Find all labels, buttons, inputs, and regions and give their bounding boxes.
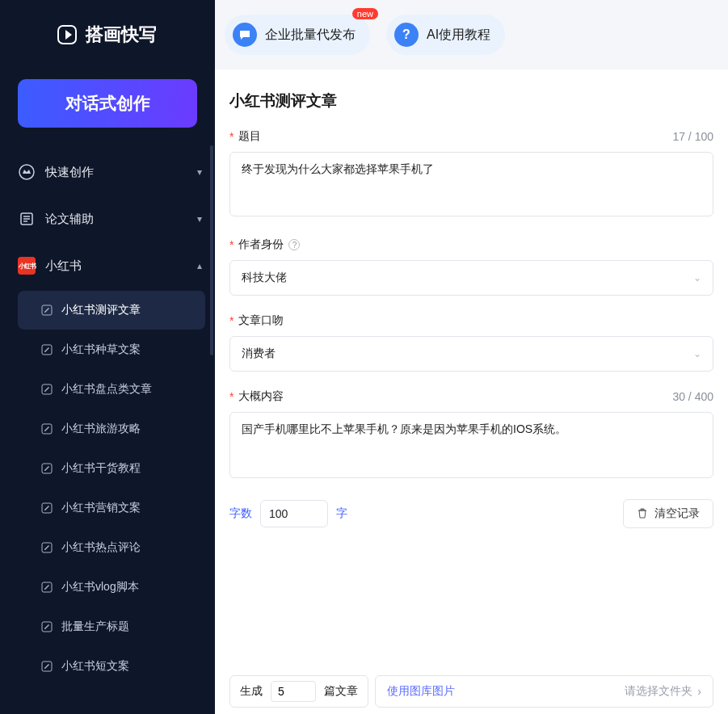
edit-icon <box>40 383 53 396</box>
sidebar-item-short-copy[interactable]: 小红书短文案 <box>18 647 205 686</box>
edit-icon <box>40 541 53 554</box>
clear-button[interactable]: 清空记录 <box>623 499 713 528</box>
sidebar-item-review-article[interactable]: 小红书测评文章 <box>18 291 205 330</box>
edit-icon <box>40 462 53 475</box>
field-tone: *文章口吻 消费者 ⌄ <box>229 313 713 372</box>
field-topic: *题目 17 / 100 <box>229 129 713 220</box>
xiaohongshu-icon: 小红书 <box>18 257 36 275</box>
new-badge: new <box>352 8 378 19</box>
crown-icon <box>18 163 36 181</box>
chevron-right-icon: › <box>697 685 701 698</box>
sidebar-item-vlog-script[interactable]: 小红书vlog脚本 <box>18 568 205 607</box>
edit-icon <box>40 502 53 514</box>
content-area: 小红书测评文章 *题目 17 / 100 *作者身份 ? 科技大佬 ⌄ <box>215 69 728 675</box>
field-label-author: *作者身份 ? <box>229 237 300 252</box>
nav-group-quick-create[interactable]: 快速创作 ▾ <box>0 149 215 195</box>
wordcount-label-left: 字数 <box>229 506 252 521</box>
topbar: 企业批量代发布 new ? AI使用教程 <box>215 0 728 69</box>
nav-group-label: 快速创作 <box>45 165 94 180</box>
trash-icon <box>637 507 648 521</box>
chevron-down-icon: ▾ <box>197 166 202 178</box>
nav-subitems: 小红书测评文章 小红书种草文案 小红书盘点类文章 小红书旅游攻略 小红书干货教程… <box>0 289 215 686</box>
page-title: 小红书测评文章 <box>229 90 713 111</box>
tone-select[interactable]: 消费者 ⌄ <box>229 336 713 372</box>
wordcount-label-right: 字 <box>336 506 347 521</box>
field-summary: *大概内容 30 / 400 <box>229 389 713 481</box>
scrollbar[interactable] <box>210 145 213 355</box>
edit-icon <box>40 620 53 633</box>
counter-topic: 17 / 100 <box>672 130 713 143</box>
ai-tutorial-button[interactable]: ? AI使用教程 <box>386 15 505 55</box>
dialog-create-button[interactable]: 对话式创作 <box>18 79 197 128</box>
footer-bar: 生成 篇文章 使用图库图片 请选择文件夹 › <box>215 675 728 714</box>
question-icon: ? <box>394 23 419 47</box>
sidebar-item-roundup[interactable]: 小红书盘点类文章 <box>18 370 205 409</box>
article-count-input[interactable] <box>271 681 316 702</box>
brand-name: 搭画快写 <box>86 23 157 47</box>
gen-prefix: 生成 <box>240 684 263 699</box>
sidebar-item-marketing-copy[interactable]: 小红书营销文案 <box>18 489 205 527</box>
edit-icon <box>40 304 53 317</box>
brand-icon <box>55 23 79 47</box>
field-label-tone: *文章口吻 <box>229 313 284 328</box>
sidebar-item-tutorial[interactable]: 小红书干货教程 <box>18 449 205 488</box>
sidebar: 搭画快写 对话式创作 快速创作 ▾ 论文辅助 ▾ 小红书 小红书 ▴ 小红书测评… <box>0 0 215 714</box>
chevron-down-icon: ⌄ <box>693 272 701 284</box>
nav-group-label: 论文辅助 <box>45 212 94 227</box>
nav-group-label: 小红书 <box>45 258 82 274</box>
gallery-label: 使用图库图片 <box>387 684 455 699</box>
gallery-select-box: 使用图库图片 请选择文件夹 › <box>375 675 713 708</box>
help-icon[interactable]: ? <box>288 239 300 250</box>
field-label-summary: *大概内容 <box>229 389 284 404</box>
sidebar-item-travel-guide[interactable]: 小红书旅游攻略 <box>18 410 205 448</box>
topic-input[interactable] <box>229 152 713 216</box>
author-select[interactable]: 科技大佬 ⌄ <box>229 260 713 296</box>
folder-select[interactable]: 请选择文件夹 › <box>625 684 701 699</box>
chevron-down-icon: ⌄ <box>693 348 701 359</box>
chevron-down-icon: ▾ <box>197 213 202 225</box>
gen-suffix: 篇文章 <box>324 684 358 699</box>
wordcount-row: 字数 字 清空记录 <box>229 499 713 528</box>
edit-icon <box>40 581 53 594</box>
field-label-topic: *题目 <box>229 129 261 144</box>
chat-icon <box>233 23 257 47</box>
field-author: *作者身份 ? 科技大佬 ⌄ <box>229 237 713 296</box>
brand-logo: 搭画快写 <box>0 0 215 69</box>
main: 企业批量代发布 new ? AI使用教程 小红书测评文章 *题目 17 / 10… <box>215 0 728 714</box>
sidebar-item-batch-titles[interactable]: 批量生产标题 <box>18 607 205 646</box>
summary-input[interactable] <box>229 412 713 478</box>
edit-icon <box>40 422 53 435</box>
chevron-up-icon: ▴ <box>197 260 202 271</box>
nav-group-thesis[interactable]: 论文辅助 ▾ <box>0 195 215 242</box>
sidebar-item-hot-comment[interactable]: 小红书热点评论 <box>18 528 205 567</box>
wordcount-input[interactable] <box>260 500 328 527</box>
sidebar-item-seeding-copy[interactable]: 小红书种草文案 <box>18 330 205 369</box>
edit-icon <box>40 343 53 356</box>
enterprise-publish-button[interactable]: 企业批量代发布 new <box>225 15 370 55</box>
generate-count-box: 生成 篇文章 <box>229 675 368 708</box>
nav-group-xiaohongshu[interactable]: 小红书 小红书 ▴ <box>0 242 215 289</box>
document-icon <box>18 210 36 228</box>
counter-summary: 30 / 400 <box>672 390 713 403</box>
edit-icon <box>40 660 53 673</box>
